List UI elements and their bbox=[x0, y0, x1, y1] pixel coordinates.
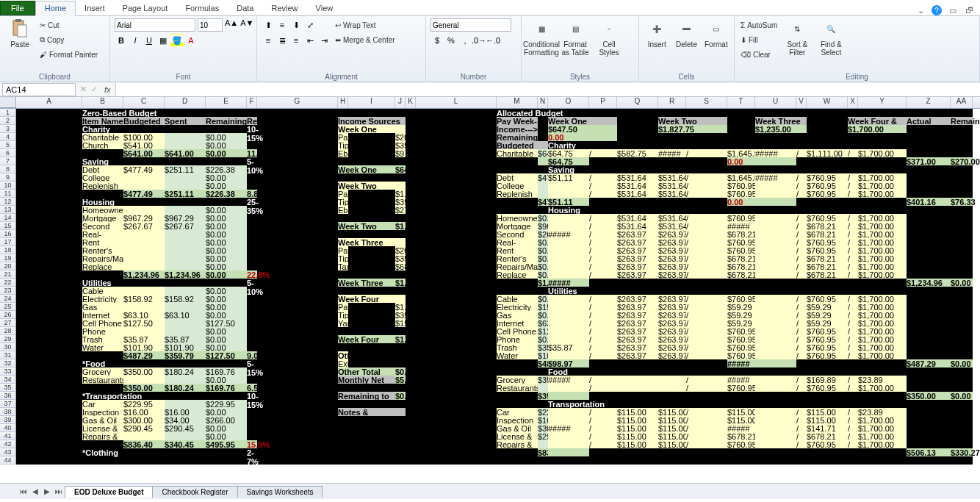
cell[interactable]: / bbox=[589, 149, 617, 157]
cell[interactable]: $1,700.00 bbox=[858, 173, 907, 182]
cell[interactable]: / bbox=[686, 230, 727, 238]
cell[interactable]: $0.00 bbox=[206, 214, 247, 222]
percent-icon[interactable]: % bbox=[444, 34, 458, 47]
cell[interactable]: Cell Phone bbox=[82, 319, 123, 327]
cell[interactable] bbox=[548, 214, 589, 222]
cell[interactable]: Ebay bbox=[338, 149, 348, 157]
cell[interactable]: / bbox=[848, 432, 858, 440]
cell[interactable] bbox=[755, 238, 796, 246]
cell[interactable]: $263.97 bbox=[658, 343, 686, 351]
cell[interactable]: $115.00 bbox=[727, 408, 755, 416]
cell[interactable]: / bbox=[589, 424, 617, 432]
bold-button[interactable]: B bbox=[115, 34, 128, 47]
cell[interactable] bbox=[247, 254, 257, 262]
row-header[interactable]: 7 bbox=[0, 157, 16, 165]
cell[interactable]: 25-35% bbox=[247, 198, 257, 206]
cell[interactable] bbox=[247, 376, 257, 384]
cell[interactable]: Week Three Total bbox=[338, 279, 395, 287]
cell[interactable]: $263.97 bbox=[658, 319, 686, 327]
row-header[interactable]: 22 bbox=[0, 279, 16, 287]
cell[interactable]: / bbox=[848, 335, 858, 343]
cell[interactable]: $340.45 bbox=[165, 440, 206, 448]
cell[interactable]: $150.00 bbox=[395, 319, 406, 327]
cell[interactable] bbox=[247, 214, 257, 222]
cell[interactable]: 0.00 bbox=[727, 198, 796, 206]
cell[interactable] bbox=[123, 287, 165, 295]
sort-filter-button[interactable]: ⇅Sort & Filter bbox=[782, 18, 813, 57]
minimize-icon[interactable]: ▭ bbox=[948, 6, 958, 15]
cell[interactable] bbox=[755, 295, 796, 303]
cell[interactable] bbox=[338, 230, 406, 238]
cell[interactable]: $0.00 bbox=[538, 335, 548, 343]
cell[interactable]: $0.00 bbox=[206, 149, 247, 157]
cell[interactable] bbox=[755, 327, 796, 335]
cell[interactable]: / bbox=[686, 222, 727, 230]
cell[interactable]: / bbox=[589, 190, 617, 198]
cell[interactable]: $290.45 bbox=[165, 424, 206, 432]
cell[interactable]: / bbox=[686, 246, 727, 254]
cell[interactable]: $1,235.00 bbox=[395, 279, 406, 287]
clear-button[interactable]: ⌫Clear bbox=[739, 48, 779, 61]
cell[interactable]: $0.00 bbox=[206, 206, 247, 214]
cell[interactable]: Allocated Budget bbox=[497, 109, 973, 117]
cell[interactable]: *Transportation bbox=[82, 392, 206, 400]
cell[interactable]: $1,827.75 bbox=[658, 125, 727, 133]
col-header[interactable]: T bbox=[727, 97, 755, 108]
cell[interactable]: Tips bbox=[338, 198, 348, 206]
ribbon-min-icon[interactable]: ⌄ bbox=[915, 6, 926, 15]
cell[interactable]: College Fund bbox=[497, 182, 538, 190]
cell[interactable]: $1,234.96 bbox=[123, 270, 165, 279]
cell[interactable]: / bbox=[848, 376, 858, 384]
cell[interactable]: Church bbox=[82, 141, 123, 149]
cell[interactable]: Real-Estate Taxes bbox=[82, 230, 123, 238]
cell[interactable]: / bbox=[848, 440, 858, 448]
cell[interactable] bbox=[338, 214, 406, 222]
row-header[interactable]: 31 bbox=[0, 351, 16, 359]
row-header[interactable]: 42 bbox=[0, 440, 16, 448]
row-header[interactable]: 33 bbox=[0, 367, 16, 376]
cell[interactable]: $200.00 bbox=[395, 246, 406, 254]
cell[interactable]: Income Sources bbox=[338, 117, 406, 125]
row-header[interactable]: 32 bbox=[0, 359, 16, 367]
cell[interactable]: $290.45 bbox=[538, 432, 548, 440]
cell[interactable]: $1,700.00 bbox=[858, 384, 907, 392]
cell[interactable]: $0.00 bbox=[951, 392, 973, 400]
cell[interactable]: $266.00 bbox=[206, 416, 247, 424]
cell[interactable]: $760.95 bbox=[807, 190, 848, 198]
cell[interactable]: $1,827.75 bbox=[395, 222, 406, 230]
cell[interactable]: $760.95 bbox=[807, 295, 848, 303]
cell[interactable]: / bbox=[848, 149, 858, 157]
row-header[interactable]: 5 bbox=[0, 141, 16, 149]
cell[interactable]: $169.76 bbox=[206, 367, 247, 376]
cell[interactable]: $98.97 bbox=[548, 359, 589, 367]
sheet-nav-last-icon[interactable]: ⏭ bbox=[53, 487, 65, 495]
col-header[interactable]: R bbox=[658, 97, 686, 108]
cell[interactable]: $477.49 bbox=[538, 173, 548, 182]
cell[interactable]: Water bbox=[497, 351, 538, 359]
cell[interactable]: Homeowners Insurance bbox=[82, 206, 123, 214]
row-header[interactable]: 37 bbox=[0, 400, 16, 408]
cell[interactable]: $1,700.00 bbox=[858, 432, 907, 440]
cell[interactable]: $1,234.96 bbox=[907, 279, 951, 287]
cell[interactable]: Housing bbox=[82, 198, 206, 206]
cell[interactable]: $1,700.00 bbox=[858, 149, 907, 157]
col-header[interactable]: B bbox=[82, 97, 123, 108]
cell[interactable]: Charity bbox=[548, 141, 907, 149]
cell[interactable] bbox=[123, 376, 165, 384]
cell[interactable]: / bbox=[686, 238, 727, 246]
cell[interactable]: $0.00 bbox=[206, 287, 247, 295]
cell[interactable]: ##### bbox=[727, 376, 755, 384]
cell[interactable]: 10-15% bbox=[247, 392, 257, 400]
cell[interactable] bbox=[538, 384, 548, 392]
cell[interactable] bbox=[165, 230, 206, 238]
cell[interactable]: $1,234.96 bbox=[165, 270, 206, 279]
cell[interactable] bbox=[123, 254, 165, 262]
cell[interactable] bbox=[206, 392, 247, 400]
cell[interactable]: / bbox=[848, 173, 858, 182]
cell[interactable]: Paycheck (3/6) bbox=[338, 133, 348, 141]
cell[interactable]: / bbox=[848, 182, 858, 190]
cell[interactable]: Trash bbox=[497, 343, 538, 351]
cell[interactable] bbox=[247, 327, 257, 335]
cell[interactable]: ##### bbox=[548, 279, 589, 287]
cell[interactable]: / bbox=[848, 303, 858, 311]
